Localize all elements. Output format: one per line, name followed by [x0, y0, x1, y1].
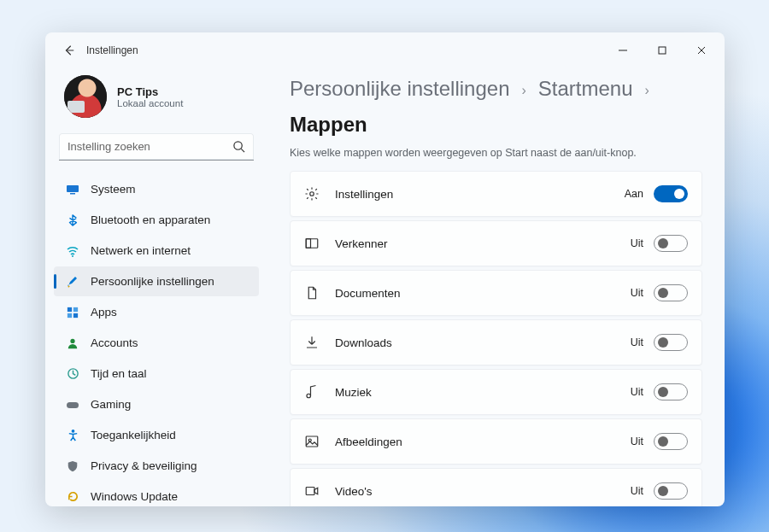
search-box — [59, 133, 254, 161]
profile-subtitle: Lokaal account — [117, 98, 183, 108]
toggle-state-label: Uit — [631, 485, 643, 497]
toggle-videos[interactable] — [654, 482, 688, 500]
globe-clock-icon — [66, 367, 79, 381]
folder-row-afbeeldingen[interactable]: Afbeeldingen Uit — [290, 418, 702, 465]
person-icon — [66, 336, 79, 350]
sidebar-item-gaming[interactable]: Gaming — [54, 389, 259, 419]
search-icon — [232, 140, 245, 156]
svg-point-12 — [71, 430, 74, 433]
toggle-verkenner[interactable] — [654, 235, 688, 252]
sidebar-item-bluetooth[interactable]: Bluetooth en apparaten — [54, 205, 259, 235]
svg-rect-15 — [306, 239, 310, 248]
profile-block[interactable]: PC Tips Lokaal account — [54, 68, 259, 133]
svg-point-13 — [310, 192, 314, 196]
sidebar-item-toegankelijkheid[interactable]: Toegankelijkheid — [54, 420, 259, 450]
folder-label: Documenten — [335, 287, 401, 300]
sidebar-item-label: Accounts — [91, 336, 138, 349]
folder-label: Instellingen — [335, 188, 393, 201]
svg-rect-17 — [306, 436, 318, 447]
bluetooth-icon — [66, 213, 79, 227]
sidebar-item-accounts[interactable]: Accounts — [54, 328, 259, 358]
gamepad-icon — [66, 398, 79, 412]
svg-rect-11 — [67, 402, 79, 408]
toggle-state-label: Uit — [631, 436, 643, 447]
avatar — [64, 75, 107, 118]
folder-label: Afbeeldingen — [335, 436, 402, 448]
settings-window: Instellingen PC Tips Lokaal account — [45, 32, 725, 506]
crumb-persoonlijk[interactable]: Persoonlijke instellingen — [290, 77, 509, 101]
svg-rect-7 — [68, 313, 72, 317]
svg-point-9 — [70, 338, 74, 342]
sidebar-item-label: Windows Update — [91, 490, 178, 503]
explorer-icon — [304, 236, 320, 251]
chevron-right-icon: › — [521, 83, 525, 98]
toggle-state-label: Uit — [631, 336, 643, 348]
svg-rect-2 — [67, 185, 79, 192]
minimize-button[interactable] — [603, 38, 643, 63]
close-button[interactable] — [682, 38, 721, 63]
shield-icon — [66, 459, 79, 473]
toggle-instellingen[interactable] — [654, 185, 688, 202]
titlebar: Instellingen — [45, 32, 725, 68]
sidebar-item-label: Gaming — [91, 398, 131, 411]
sidebar-item-label: Bluetooth en apparaten — [91, 213, 210, 226]
crumb-current: Mappen — [290, 113, 367, 137]
sidebar-item-label: Toegankelijkheid — [91, 429, 176, 441]
toggle-downloads[interactable] — [654, 334, 688, 351]
maximize-button[interactable] — [643, 38, 682, 63]
download-icon — [304, 335, 320, 350]
document-icon — [304, 285, 320, 301]
toggle-state-label: Uit — [631, 386, 643, 398]
folder-row-instellingen[interactable]: Instellingen Aan — [290, 171, 702, 217]
back-button[interactable] — [57, 38, 81, 62]
main-content: Persoonlijke instellingen › Startmenu › … — [267, 68, 725, 506]
svg-rect-19 — [306, 488, 314, 495]
sidebar-item-label: Tijd en taal — [91, 367, 147, 380]
sidebar-item-netwerk[interactable]: Netwerk en internet — [54, 236, 259, 266]
profile-name: PC Tips — [117, 85, 183, 98]
folder-row-muziek[interactable]: Muziek Uit — [290, 369, 702, 415]
svg-rect-14 — [306, 239, 318, 248]
toggle-state-label: Uit — [631, 237, 643, 249]
crumb-startmenu[interactable]: Startmenu — [538, 77, 633, 101]
toggle-muziek[interactable] — [654, 383, 688, 400]
monitor-icon — [66, 183, 79, 196]
folder-row-verkenner[interactable]: Verkenner Uit — [290, 220, 702, 266]
sidebar-item-apps[interactable]: Apps — [54, 297, 259, 327]
svg-rect-6 — [73, 307, 78, 311]
image-icon — [304, 434, 320, 449]
sidebar-item-persoonlijk[interactable]: Persoonlijke instellingen — [54, 266, 259, 296]
window-title: Instellingen — [86, 44, 138, 56]
svg-rect-3 — [70, 193, 75, 195]
folder-label: Muziek — [335, 386, 372, 399]
minimize-icon — [619, 46, 627, 55]
sidebar-item-label: Privacy & beveiliging — [91, 459, 197, 472]
svg-rect-5 — [68, 307, 72, 311]
sidebar-item-label: Apps — [91, 306, 117, 319]
window-controls — [603, 38, 721, 63]
folder-row-videos[interactable]: Video's Uit — [290, 468, 702, 506]
folder-row-downloads[interactable]: Downloads Uit — [290, 319, 702, 365]
accessibility-icon — [66, 429, 79, 442]
sidebar-item-label: Systeem — [91, 183, 136, 196]
folder-label: Downloads — [335, 336, 392, 349]
sidebar: PC Tips Lokaal account Systeem Bluetooth… — [45, 68, 267, 506]
sidebar-item-tijd[interactable]: Tijd en taal — [54, 359, 259, 389]
update-icon — [66, 490, 79, 504]
paintbrush-icon — [66, 275, 79, 289]
svg-point-16 — [307, 394, 311, 398]
folder-row-documenten[interactable]: Documenten Uit — [290, 270, 702, 316]
sidebar-item-systeem[interactable]: Systeem — [54, 174, 259, 204]
chevron-right-icon: › — [645, 83, 649, 98]
search-input[interactable] — [59, 133, 254, 161]
sidebar-item-label: Netwerk en internet — [91, 244, 191, 257]
sidebar-item-privacy[interactable]: Privacy & beveiliging — [54, 451, 259, 481]
close-icon — [697, 46, 706, 55]
wifi-icon — [66, 244, 79, 258]
svg-point-1 — [234, 142, 242, 149]
folder-list: Instellingen Aan Verkenner Uit — [290, 171, 702, 506]
toggle-afbeeldingen[interactable] — [654, 433, 688, 450]
toggle-documenten[interactable] — [654, 284, 688, 301]
sidebar-item-windowsupdate[interactable]: Windows Update — [54, 482, 259, 506]
sidebar-item-label: Persoonlijke instellingen — [91, 275, 214, 288]
